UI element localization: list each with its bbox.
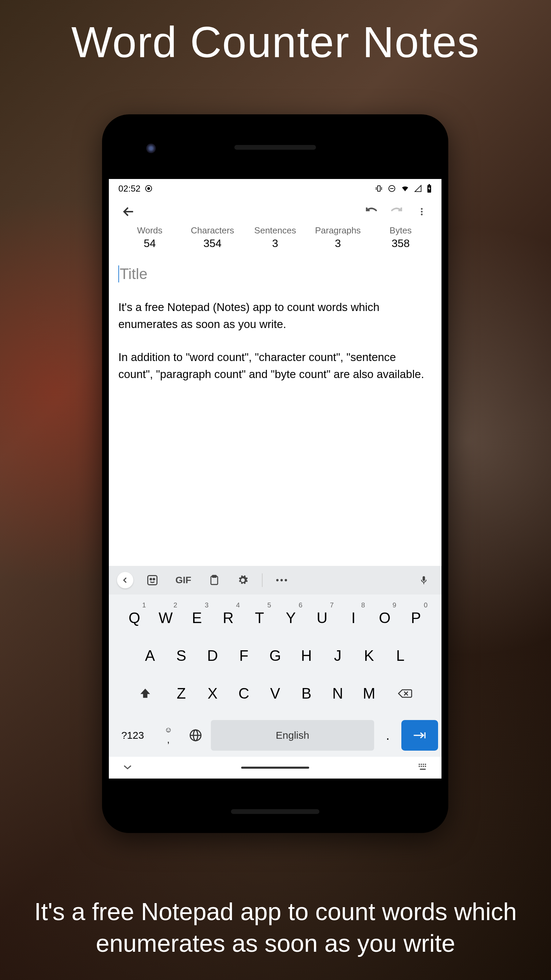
- status-time: 02:52: [118, 183, 140, 194]
- svg-point-14: [150, 579, 152, 580]
- key-comma-label: ,: [167, 734, 170, 745]
- stats-row: Words 54 Characters 354 Sentences 3 Para…: [109, 225, 441, 255]
- keyboard-suggestion-strip: GIF: [109, 566, 441, 595]
- key-m[interactable]: M: [354, 675, 384, 711]
- stat-bytes: Bytes 358: [369, 225, 432, 250]
- title-input[interactable]: Title: [118, 266, 432, 282]
- key-n[interactable]: N: [323, 675, 353, 711]
- key-t[interactable]: T5: [245, 600, 275, 636]
- key-period[interactable]: .: [378, 720, 398, 751]
- svg-point-20: [285, 579, 287, 582]
- key-w[interactable]: W2: [151, 600, 181, 636]
- nav-down-icon[interactable]: [122, 764, 133, 772]
- promo-title: Word Counter Notes: [0, 17, 551, 67]
- svg-rect-35: [423, 765, 424, 767]
- kb-switch-icon[interactable]: [418, 763, 428, 772]
- key-e[interactable]: E3: [182, 600, 212, 636]
- key-a[interactable]: A: [135, 638, 165, 673]
- key-h[interactable]: H: [292, 638, 321, 673]
- key-v[interactable]: V: [260, 675, 290, 711]
- svg-rect-37: [420, 769, 426, 770]
- svg-rect-17: [212, 576, 216, 578]
- svg-rect-31: [423, 764, 424, 765]
- phone-frame: 02:52: [102, 115, 448, 833]
- key-c[interactable]: C: [229, 675, 259, 711]
- key-r[interactable]: R4: [213, 600, 243, 636]
- key-f[interactable]: F: [229, 638, 259, 673]
- promo-footer: It's a free Notepad app to count words w…: [14, 896, 537, 959]
- kb-clipboard-button[interactable]: [205, 571, 224, 590]
- kb-settings-button[interactable]: [233, 571, 252, 590]
- key-j[interactable]: J: [323, 638, 353, 673]
- key-b[interactable]: B: [292, 675, 321, 711]
- phone-speaker-top: [234, 145, 316, 150]
- key-y[interactable]: Y6: [276, 600, 306, 636]
- key-o[interactable]: O9: [370, 600, 400, 636]
- battery-icon: [427, 184, 432, 193]
- svg-point-1: [147, 187, 150, 190]
- svg-point-12: [421, 214, 422, 215]
- svg-rect-21: [423, 576, 425, 581]
- key-i[interactable]: I8: [338, 600, 368, 636]
- key-emoji[interactable]: ☺ ,: [156, 720, 180, 751]
- key-q[interactable]: Q1: [119, 600, 149, 636]
- key-shift[interactable]: [125, 675, 165, 711]
- key-x[interactable]: X: [198, 675, 227, 711]
- nav-handle[interactable]: [241, 767, 309, 769]
- stat-sentences: Sentences 3: [244, 225, 306, 250]
- editor-area[interactable]: Title It's a free Notepad (Notes) app to…: [109, 255, 441, 566]
- stat-words-label: Words: [118, 225, 181, 236]
- body-text[interactable]: It's a free Notepad (Notes) app to count…: [118, 299, 432, 382]
- key-mode-switch[interactable]: ?123: [112, 720, 153, 751]
- key-z[interactable]: Z: [166, 675, 196, 711]
- stat-characters-value: 354: [181, 237, 243, 250]
- key-space[interactable]: English: [211, 720, 374, 751]
- svg-point-11: [421, 211, 422, 212]
- redo-button[interactable]: [386, 202, 407, 222]
- svg-point-10: [421, 208, 422, 210]
- stat-sentences-value: 3: [244, 237, 306, 250]
- status-app-icon: [144, 185, 153, 192]
- svg-rect-2: [378, 186, 380, 191]
- key-g[interactable]: G: [260, 638, 290, 673]
- stat-bytes-label: Bytes: [369, 225, 432, 236]
- svg-rect-30: [421, 764, 422, 765]
- kb-more-button[interactable]: [272, 571, 291, 590]
- keyboard: GIF Q1W2E: [109, 566, 441, 778]
- svg-rect-33: [419, 765, 420, 767]
- key-s[interactable]: S: [166, 638, 196, 673]
- body-paragraph: In addition to "word count", "character …: [118, 349, 432, 382]
- dnd-icon: [388, 185, 396, 192]
- more-button[interactable]: [411, 202, 432, 222]
- key-backspace[interactable]: [385, 675, 425, 711]
- toolbar: [109, 198, 441, 225]
- stat-characters: Characters 354: [181, 225, 243, 250]
- key-u[interactable]: U7: [307, 600, 337, 636]
- kb-gif-button[interactable]: GIF: [171, 571, 195, 590]
- kb-mic-button[interactable]: [414, 571, 433, 590]
- stat-characters-label: Characters: [181, 225, 243, 236]
- undo-button[interactable]: [361, 202, 382, 222]
- app-screen: 02:52: [109, 179, 441, 778]
- stat-bytes-value: 358: [369, 237, 432, 250]
- wifi-icon: [401, 185, 410, 192]
- svg-rect-34: [421, 765, 422, 767]
- key-k[interactable]: K: [354, 638, 384, 673]
- nav-bar: [109, 757, 441, 778]
- kb-collapse-button[interactable]: [117, 572, 133, 588]
- stat-paragraphs: Paragraphs 3: [306, 225, 369, 250]
- key-d[interactable]: D: [198, 638, 227, 673]
- body-paragraph: It's a free Notepad (Notes) app to count…: [118, 299, 432, 332]
- key-l[interactable]: L: [385, 638, 415, 673]
- svg-rect-32: [425, 764, 426, 765]
- vibrate-icon: [375, 185, 383, 192]
- phone-speaker-bottom: [231, 809, 319, 814]
- key-language[interactable]: [184, 720, 208, 751]
- svg-point-15: [153, 579, 155, 580]
- kb-sticker-button[interactable]: [143, 571, 162, 590]
- back-button[interactable]: [118, 202, 139, 222]
- svg-rect-13: [148, 576, 157, 585]
- key-p[interactable]: P0: [401, 600, 431, 636]
- stat-words-value: 54: [118, 237, 181, 250]
- key-enter[interactable]: [401, 720, 438, 751]
